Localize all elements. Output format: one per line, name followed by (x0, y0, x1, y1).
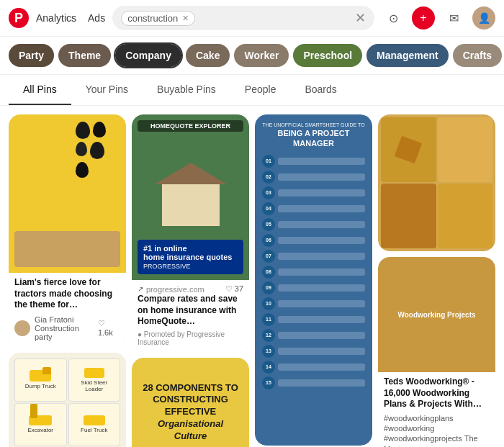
pin-title: Liam's fierce love for tractors made cho… (14, 277, 120, 311)
category-pill-company[interactable]: Company (115, 44, 181, 67)
wood-cell (438, 117, 493, 182)
promoted-tag: ● Promoted by Progressive Insurance (138, 330, 243, 346)
add-button[interactable]: + (412, 6, 435, 30)
step-row: 03 (262, 186, 365, 199)
tab-all-pins[interactable]: All Pins (9, 75, 71, 105)
house-header: HOMEQUOTE EXPLORER (138, 120, 243, 132)
pin-info: Liam's fierce love for tractors made cho… (9, 273, 126, 347)
pin-info: ↗ progressive.com ♡ 37 Compare rates and… (132, 280, 249, 352)
pin-username: Gia Fratoni (35, 315, 94, 324)
nav-ads[interactable]: Ads (88, 12, 105, 24)
nav-analytics[interactable]: Analytics (36, 12, 76, 24)
pin-source: progressive.com (146, 285, 204, 294)
truck-cell: Skid Steer Loader (68, 358, 121, 402)
pin-image-block: Dump Truck Skid Steer Loader Excavator F… (9, 353, 126, 447)
tabs: All PinsYour PinsBuyable PinsPeopleBoard… (0, 75, 504, 106)
pin-grid: Liam's fierce love for tractors made cho… (0, 106, 504, 447)
category-pill-cake[interactable]: Cake (186, 44, 230, 67)
grid-col-1: Liam's fierce love for tractors made cho… (9, 114, 126, 447)
tab-your-pins[interactable]: Your Pins (71, 75, 143, 105)
step-row: 02 (262, 171, 365, 184)
pin-card[interactable]: Dump Truck Skid Steer Loader Excavator F… (9, 353, 126, 447)
ext-link-icon: ↗ (138, 285, 143, 293)
step-row: 06 (262, 234, 365, 247)
pin-card[interactable]: Woodworking Projects Teds Woodworking® -… (378, 257, 495, 447)
header: P Analytics Ads construction ✕ ✕ ⊙ + ✉ 👤 (0, 0, 504, 37)
pin-saves: ♡ 37 (225, 284, 243, 294)
nav-links: Analytics Ads (36, 12, 105, 24)
category-pills: PartyThemeCompanyCakeWorkerPreschoolMana… (0, 37, 504, 75)
step-row: 08 (262, 266, 365, 279)
pin-image-woodworking: Woodworking Projects (378, 257, 495, 372)
step-row: 07 (262, 250, 365, 263)
step-row: 14 (262, 361, 365, 374)
pin-card[interactable]: Liam's fierce love for tractors made cho… (9, 114, 126, 347)
wood-cell (381, 184, 436, 248)
lens-button[interactable]: ⊙ (382, 6, 405, 30)
pin-info: Teds Woodworking® - 16,000 Woodworking P… (378, 372, 495, 447)
pin-title: Compare rates and save on home insurance… (138, 294, 243, 328)
tab-people[interactable]: People (230, 75, 291, 105)
pin-meta: Gia Fratoni Construction party ♡ 1.6k (14, 315, 120, 341)
pin-image-infographic: THE UNOFFICIAL SMARTSHEET GUIDE TOBEING … (255, 114, 372, 446)
pin-title: Teds Woodworking® - 16,000 Woodworking P… (384, 376, 490, 410)
user-avatar-small (14, 320, 30, 336)
woodworking-text: Woodworking Projects (392, 305, 481, 325)
step-row: 13 (262, 345, 365, 358)
wood-cell (381, 117, 436, 182)
user-avatar[interactable]: 👤 (472, 6, 495, 30)
search-tag-text: construction (127, 13, 178, 24)
truck-cell: Excavator (14, 403, 67, 446)
pin-saves: ♡ 1.6k (98, 319, 120, 337)
truck-cell: Fuel Truck (68, 403, 121, 446)
step-row: 05 (262, 218, 365, 231)
table-decoration (14, 231, 120, 267)
step-row: 04 (262, 202, 365, 215)
house-body (162, 183, 220, 226)
header-icons: ⊙ + ✉ 👤 (382, 6, 495, 30)
step-row: 12 (262, 329, 365, 342)
category-pill-party[interactable]: Party (9, 44, 54, 67)
culture-title: 28 COMPONENTS TOCONSTRUCTING EFFECTIVEOr… (140, 382, 240, 443)
step-row: 15 (262, 376, 365, 389)
messages-button[interactable]: ✉ (442, 6, 465, 30)
grid-col-2: HOMEQUOTE EXPLORER #1 in online home ins… (132, 114, 249, 447)
remove-tag-button[interactable]: ✕ (182, 14, 189, 23)
tab-boards[interactable]: Boards (290, 75, 351, 105)
wood-cell (438, 184, 493, 248)
pin-tags: #woodworkingplans #woodworking #woodwork… (384, 413, 490, 447)
pin-card[interactable]: THE UNOFFICIAL SMARTSHEET GUIDE TOBEING … (255, 114, 372, 446)
tab-buyable-pins[interactable]: Buyable Pins (143, 75, 230, 105)
house-banner: #1 in online home insurance quotes PROGR… (138, 240, 243, 274)
truck-cell: Dump Truck (14, 358, 67, 402)
search-clear-button[interactable]: ✕ (355, 10, 366, 26)
step-row: 01 (262, 155, 365, 168)
step-row: 11 (262, 313, 365, 326)
grid-col-3: THE UNOFFICIAL SMARTSHEET GUIDE TOBEING … (255, 114, 372, 446)
source-line: ↗ progressive.com ♡ 37 (138, 284, 243, 294)
pin-image-wood (378, 114, 495, 251)
decoration (76, 122, 119, 178)
grid-col-4: Woodworking Projects Teds Woodworking® -… (378, 114, 495, 447)
pinterest-logo[interactable]: P (9, 8, 29, 28)
search-bar: construction ✕ ✕ (112, 6, 374, 30)
category-pill-management[interactable]: Management (366, 44, 449, 67)
pin-image-house: HOMEQUOTE EXPLORER #1 in online home ins… (132, 114, 249, 280)
search-tag: construction ✕ (121, 11, 195, 26)
pin-board: Construction party (35, 324, 94, 341)
step-row: 09 (262, 281, 365, 294)
category-pill-worker[interactable]: Worker (234, 44, 289, 67)
step-row: 10 (262, 297, 365, 310)
pin-card[interactable]: 28 COMPONENTS TOCONSTRUCTING EFFECTIVEOr… (132, 358, 249, 447)
infographic-steps: 01 02 03 04 (262, 155, 365, 389)
pin-card[interactable] (378, 114, 495, 251)
infographic-header: THE UNOFFICIAL SMARTSHEET GUIDE TOBEING … (262, 122, 365, 149)
category-pill-preschool[interactable]: Preschool (293, 44, 362, 67)
pin-image-culture: 28 COMPONENTS TOCONSTRUCTING EFFECTIVEOr… (132, 358, 249, 447)
pin-user-info: Gia Fratoni Construction party (35, 315, 94, 341)
pin-card[interactable]: HOMEQUOTE EXPLORER #1 in online home ins… (132, 114, 249, 352)
pin-image-block (9, 114, 126, 273)
category-pill-crafts[interactable]: Crafts (453, 44, 502, 67)
category-pill-theme[interactable]: Theme (58, 44, 111, 67)
